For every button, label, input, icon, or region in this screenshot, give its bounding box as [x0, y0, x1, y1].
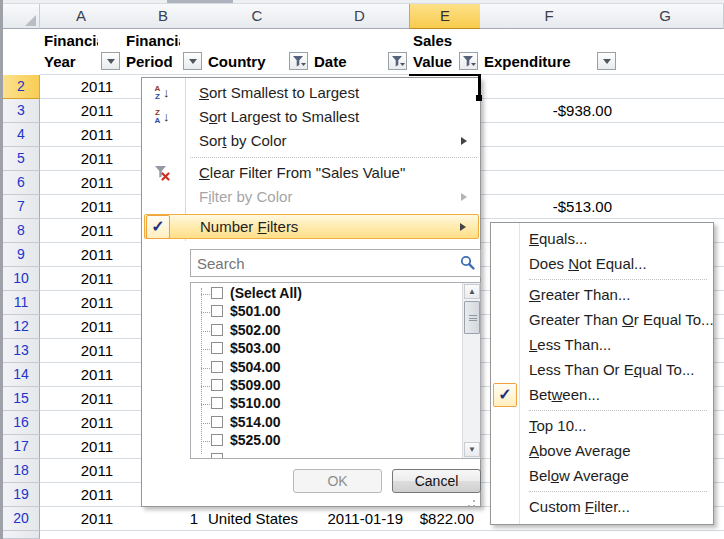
scroll-down-button[interactable]: ▼: [464, 442, 480, 457]
cell-A3[interactable]: 2011: [40, 99, 123, 123]
search-icon[interactable]: [460, 255, 476, 271]
menu-item-clear-filter[interactable]: Clear Filter From "Sales Value": [144, 161, 479, 185]
filter-button-D[interactable]: [388, 52, 407, 70]
cell-A15[interactable]: 2011: [40, 387, 123, 411]
cell-H7[interactable]: [712, 195, 724, 219]
submenu-item-greater-than[interactable]: Greater Than...: [492, 283, 713, 308]
cancel-button[interactable]: Cancel: [392, 469, 481, 493]
cell-H5[interactable]: [712, 147, 724, 171]
cell-F2[interactable]: [480, 75, 619, 99]
value-item-50300[interactable]: $503.00: [191, 340, 451, 358]
cell-G2[interactable]: [618, 75, 713, 99]
submenu-item-top-10[interactable]: Top 10...: [492, 414, 713, 439]
filter-button-E[interactable]: [459, 52, 478, 70]
list-scrollbar[interactable]: ▲▼: [462, 283, 480, 458]
submenu-item-between[interactable]: ✓Between...: [492, 383, 713, 408]
row-header-2[interactable]: 2: [3, 75, 40, 99]
row-header-6[interactable]: 6: [3, 171, 40, 195]
value-checkbox[interactable]: [211, 434, 223, 446]
header-cell-F1[interactable]: Expenditure: [480, 29, 619, 75]
menu-item-sort-smallest-to-largest[interactable]: AZ↓Sort Smallest to Largest: [144, 81, 479, 105]
submenu-item-less-than[interactable]: Less Than...: [492, 333, 713, 358]
cell-A2[interactable]: 2011: [40, 75, 123, 99]
menu-item-number-filters[interactable]: ✓Number Filters: [144, 214, 479, 239]
cell-G6[interactable]: [618, 171, 713, 195]
row-header-17[interactable]: 17: [3, 435, 40, 459]
cell-H3[interactable]: [712, 99, 724, 123]
value-item-52500[interactable]: $525.00: [191, 432, 451, 450]
cell-A19[interactable]: 2011: [40, 483, 123, 507]
column-header-B[interactable]: B: [122, 4, 205, 29]
column-header-F[interactable]: F: [480, 4, 619, 29]
cell-H6[interactable]: [712, 171, 724, 195]
value-item-50400[interactable]: $504.00: [191, 359, 451, 377]
row-header-10[interactable]: 10: [3, 267, 40, 291]
header-cell-C1[interactable]: Country: [204, 29, 311, 75]
column-header-A[interactable]: A: [40, 4, 123, 29]
resize-grip[interactable]: [464, 495, 476, 505]
menu-item-sort-largest-to-smallest[interactable]: ZA↓Sort Largest to Smallest: [144, 105, 479, 129]
header-cell-B1[interactable]: FinancialPeriod: [122, 29, 205, 75]
cell-A12[interactable]: 2011: [40, 315, 123, 339]
header-cell-D1[interactable]: Date: [310, 29, 410, 75]
header-cell-E1[interactable]: SalesValue: [409, 29, 481, 75]
cell-A4[interactable]: 2011: [40, 123, 123, 147]
filter-button-A[interactable]: [101, 52, 120, 70]
row-header-5[interactable]: 5: [3, 147, 40, 171]
value-checkbox[interactable]: [211, 287, 223, 299]
cell-A17[interactable]: 2011: [40, 435, 123, 459]
value-item-51400[interactable]: $514.00: [191, 414, 451, 432]
submenu-item-below-average[interactable]: Below Average: [492, 464, 713, 489]
menu-item-sort-by-color[interactable]: Sort by Color: [144, 129, 479, 153]
filter-button-F[interactable]: [597, 52, 616, 70]
filter-button-B[interactable]: [183, 52, 202, 70]
cell-A9[interactable]: 2011: [40, 243, 123, 267]
column-header-G[interactable]: G: [618, 4, 713, 29]
submenu-item-above-average[interactable]: Above Average: [492, 439, 713, 464]
menu-item-filter-by-color[interactable]: Filter by Color: [144, 185, 479, 209]
cell-H2[interactable]: [712, 75, 724, 99]
row-header-20[interactable]: 20: [3, 507, 40, 531]
row-header-7[interactable]: 7: [3, 195, 40, 219]
scroll-up-button[interactable]: ▲: [464, 284, 480, 299]
cell-A16[interactable]: 2011: [40, 411, 123, 435]
scroll-thumb[interactable]: [464, 301, 480, 334]
submenu-item-greater-than-or-equal-to[interactable]: Greater Than Or Equal To...: [492, 308, 713, 333]
row-header-18[interactable]: 18: [3, 459, 40, 483]
cell-A20[interactable]: 2011: [40, 507, 123, 531]
filter-button-C[interactable]: [289, 52, 308, 70]
row-header-13[interactable]: 13: [3, 339, 40, 363]
row-header-19[interactable]: 19: [3, 483, 40, 507]
cell-G3[interactable]: [618, 99, 713, 123]
row-header-15[interactable]: 15: [3, 387, 40, 411]
value-checkbox[interactable]: [211, 305, 223, 317]
cell-F3[interactable]: -$938.00: [480, 99, 619, 123]
row-header-4[interactable]: 4: [3, 123, 40, 147]
row-header-12[interactable]: 12: [3, 315, 40, 339]
cell-F4[interactable]: [480, 123, 619, 147]
select-all-corner[interactable]: [3, 4, 40, 29]
value-checkbox[interactable]: [211, 379, 223, 391]
row-header-3[interactable]: 3: [3, 99, 40, 123]
cell-A6[interactable]: 2011: [40, 171, 123, 195]
value-checkbox[interactable]: [211, 342, 223, 354]
submenu-item-less-than-or-equal-to[interactable]: Less Than Or Equal To...: [492, 358, 713, 383]
value-checkbox[interactable]: [211, 416, 223, 428]
search-input[interactable]: [190, 249, 481, 277]
cell-A7[interactable]: 2011: [40, 195, 123, 219]
cell-F7[interactable]: -$513.00: [480, 195, 619, 219]
cell-A8[interactable]: 2011: [40, 219, 123, 243]
cell-C20[interactable]: United States: [204, 507, 311, 531]
column-header-D[interactable]: D: [310, 4, 410, 29]
cell-A10[interactable]: 2011: [40, 267, 123, 291]
cell-B20[interactable]: 1: [122, 507, 205, 531]
column-header-E[interactable]: E: [409, 4, 481, 29]
header-cell-A1[interactable]: FinancialYear: [40, 29, 123, 75]
value-item-50100[interactable]: $501.00: [191, 303, 451, 321]
value-checkbox[interactable]: [211, 361, 223, 373]
ok-button[interactable]: OK: [293, 469, 382, 493]
cell-G7[interactable]: [618, 195, 713, 219]
cell-A13[interactable]: 2011: [40, 339, 123, 363]
row-header-9[interactable]: 9: [3, 243, 40, 267]
cell-A5[interactable]: 2011: [40, 147, 123, 171]
